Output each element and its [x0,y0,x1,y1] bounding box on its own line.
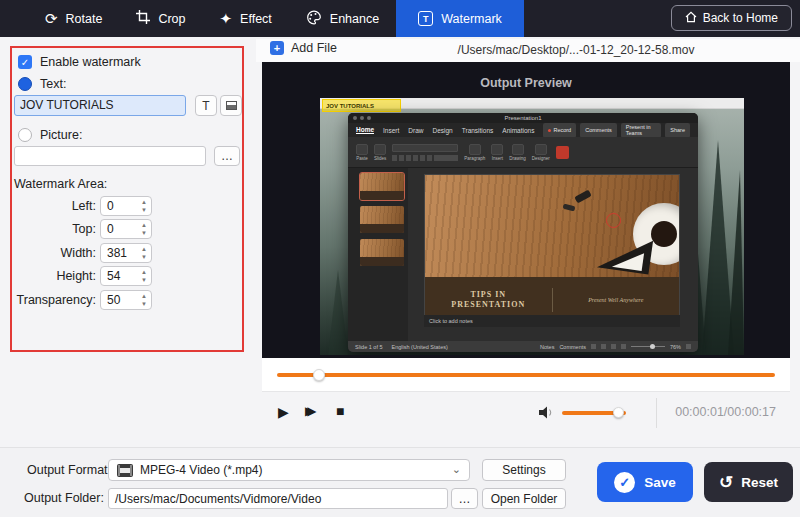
text-option-row[interactable]: Text: [18,77,66,91]
player-controls: ▶ ▶▶ ■ 00:00:01/00:00:17 [262,392,790,447]
ppt-paragraph-group[interactable]: Paragraph [464,144,485,161]
output-bar: Output Format: MPEG-4 Video (*.mp4) ⌄ Se… [0,447,800,517]
tab-crop[interactable]: Crop [119,0,202,37]
ppt-slides-group[interactable]: Slides [374,144,386,161]
volume-handle[interactable] [613,407,624,418]
spinner-arrows-icon[interactable]: ▲▼ [141,292,147,308]
height-field-label: Height: [56,269,96,283]
watermark-overlay[interactable]: JOV TUTORIALS [322,99,401,112]
open-folder-button[interactable]: Open Folder [482,488,566,509]
ppt-font-controls[interactable] [392,144,458,161]
current-slide[interactable]: TIPS IN PRESENTATION Present Well Anywhe… [424,174,680,324]
ppt-ribbon-tabs: Home Insert Draw Design Transitions Anim… [348,123,698,137]
font-color-button[interactable] [220,95,242,116]
ppt-insert-group[interactable]: Insert [491,144,503,161]
tab-enhance[interactable]: Enhance [289,0,396,37]
video-frame[interactable]: JOV TUTORIALS Presentation1 Home Insert … [320,98,744,355]
picture-option-row[interactable]: Picture: [18,128,82,142]
time-display: 00:00:01/00:00:17 [675,405,776,419]
slide-count-label: Slide 1 of 5 [355,344,383,350]
tab-watermark-label: Watermark [441,12,502,26]
slide-thumbnail-3[interactable]: 3 [360,239,404,266]
controls-divider [656,398,657,428]
enable-watermark-checkbox[interactable]: ✓ [18,55,32,69]
transparency-spinner[interactable]: 50 ▲▼ [100,290,152,310]
reset-button[interactable]: ↺ Reset [704,462,793,502]
picture-path-input[interactable] [14,146,206,166]
spinner-arrows-icon[interactable]: ▲▼ [141,198,147,214]
volume-icon[interactable] [539,406,554,421]
left-value: 0 [107,199,114,213]
add-file-label: Add File [291,41,337,55]
picture-browse-button[interactable]: … [214,146,240,166]
save-button[interactable]: ✓ Save [597,462,693,502]
output-preview-panel: Output Preview JOV TUTORIALS Presentatio… [262,62,790,358]
left-field-label: Left: [72,199,96,213]
ppt-teams-button[interactable]: Present in Teams [621,123,662,138]
ppt-tab-home[interactable]: Home [356,126,374,134]
fast-forward-button[interactable]: ▶▶ [305,405,309,417]
document-check-icon[interactable] [556,146,569,159]
settings-button[interactable]: Settings [482,459,566,481]
text-radio[interactable] [18,77,32,91]
output-folder-input[interactable]: /Users/mac/Documents/Vidmore/Video [108,488,448,509]
ppt-designer-group[interactable]: Designer [532,144,550,161]
picture-radio[interactable] [18,128,32,142]
slide-canvas-area: TIPS IN PRESENTATION Present Well Anywhe… [408,168,698,341]
view-icon[interactable] [611,344,616,349]
file-bar: + Add File /Users/mac/Desktop/...-01-12_… [256,39,800,62]
view-icon[interactable] [591,344,596,349]
enable-watermark-row[interactable]: ✓ Enable watermark [18,55,141,69]
width-spinner[interactable]: 381 ▲▼ [100,243,152,263]
comments-toggle[interactable]: Comments [559,344,586,350]
folder-browse-button[interactable]: … [451,488,478,509]
left-spinner[interactable]: 0 ▲▼ [100,196,152,216]
ppt-ribbon: Paste Slides Paragraph Insert Drawing De… [348,137,698,168]
ppt-tab-design[interactable]: Design [433,127,453,134]
slide-thumbnail-2[interactable]: 2 [360,206,404,233]
add-file-button[interactable]: + Add File [270,41,337,55]
top-spinner[interactable]: 0 ▲▼ [100,219,152,239]
watermark-icon: T [418,11,433,26]
save-label: Save [644,475,676,490]
seek-bar-row [262,358,790,392]
binder-clip-icon [574,190,591,204]
play-button[interactable]: ▶ [278,405,289,419]
tab-effect[interactable]: ✦ Effect [203,0,289,37]
view-icon[interactable] [601,344,606,349]
ppt-drawing-group[interactable]: Drawing [509,144,526,161]
width-value: 381 [107,246,127,260]
output-format-label: Output Format: [27,463,111,477]
ppt-zoom-slider[interactable] [631,346,665,348]
ppt-tab-insert[interactable]: Insert [383,127,399,134]
watermark-text-input[interactable]: JOV TUTORIALS [14,95,186,116]
tab-rotate[interactable]: ⟳ Rotate [28,0,119,37]
stop-button[interactable]: ■ [336,404,344,418]
view-icon[interactable] [621,344,626,349]
ppt-tab-draw[interactable]: Draw [408,127,423,134]
slide-thumbnail-1[interactable]: 1 [360,173,404,200]
volume-slider[interactable] [562,411,626,415]
back-to-home-button[interactable]: Back to Home [671,5,792,31]
ppt-tab-animations[interactable]: Animations [502,127,534,134]
reset-icon: ↺ [719,474,733,491]
output-format-dropdown[interactable]: MPEG-4 Video (*.mp4) ⌄ [108,459,470,481]
transparency-field-label: Transparency: [17,293,96,307]
format-buttons-row [392,155,458,161]
tab-watermark[interactable]: T Watermark [396,0,524,37]
ppt-paste-group[interactable]: Paste [356,144,368,161]
height-spinner[interactable]: 54 ▲▼ [100,266,152,286]
ppt-share-button[interactable]: Share [665,123,690,138]
font-button[interactable]: T [195,95,217,116]
ppt-tab-transitions[interactable]: Transitions [462,127,494,134]
spinner-arrows-icon[interactable]: ▲▼ [141,245,147,261]
seek-handle[interactable] [313,369,325,381]
fit-slide-icon[interactable] [686,344,691,349]
seek-track[interactable] [277,373,775,377]
ppt-record-button[interactable]: Record [543,123,576,138]
notes-area[interactable]: Click to add notes [424,315,680,327]
spinner-arrows-icon[interactable]: ▲▼ [141,221,147,237]
spinner-arrows-icon[interactable]: ▲▼ [141,268,147,284]
ppt-comments-button[interactable]: Comments [580,123,617,138]
notes-toggle[interactable]: Notes [540,344,554,350]
